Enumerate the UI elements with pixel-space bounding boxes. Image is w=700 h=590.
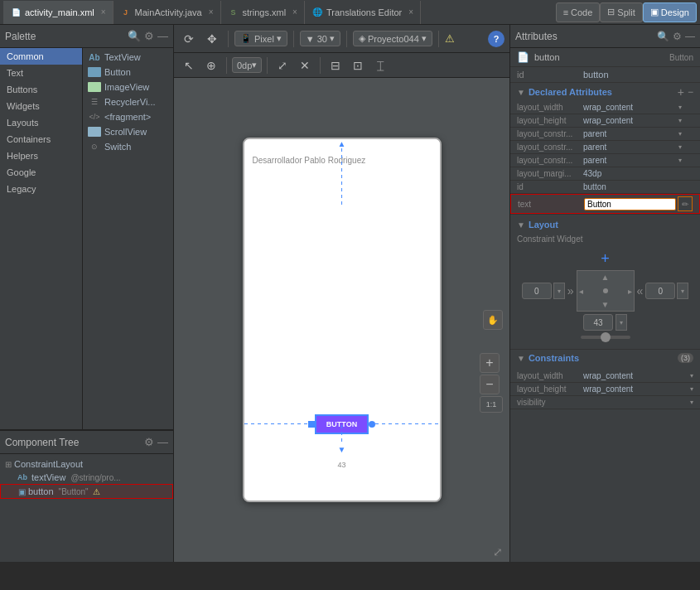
split-view-button[interactable]: ⊟ Split: [600, 2, 642, 22]
device-selector[interactable]: 📱 Pixel ▾: [234, 31, 287, 46]
attr-value-layout-width[interactable]: wrap_content: [583, 103, 677, 112]
attr-value-layout-margin[interactable]: 43dp: [583, 169, 682, 178]
canvas-area: ⟳ ✥ 📱 Pixel ▾ ▼ 30 ▾ ◈ Proyecto044 ▾ ⚠: [174, 25, 509, 562]
code-view-button[interactable]: ≡ Code: [556, 2, 601, 22]
canvas-toolbar: ⟳ ✥ 📱 Pixel ▾ ▼ 30 ▾ ◈ Proyecto044 ▾ ⚠: [174, 25, 509, 53]
guidelines-button[interactable]: ⊟: [326, 56, 345, 75]
tree-item-button[interactable]: ▣ button "Button" ⚠: [0, 484, 173, 499]
layout-attr-value-height[interactable]: wrap_content: [583, 384, 690, 394]
constraints-section: ▼ Constraints (3): [510, 349, 700, 370]
pan-tool-button[interactable]: ✋: [483, 310, 503, 330]
project-label: Proyecto044: [368, 34, 419, 44]
layout-section: ▼ Layout Constraint Widget + 0 ▾ »: [510, 215, 700, 349]
project-selector[interactable]: ◈ Proyecto044 ▾: [353, 31, 432, 46]
palette-categories: Common Text Buttons Widgets Layouts Cont…: [0, 48, 83, 429]
help-button[interactable]: ?: [488, 31, 504, 47]
tab-close-strings[interactable]: ×: [292, 7, 297, 17]
tree-item-constraintlayout[interactable]: ⊞ ConstraintLayout: [0, 457, 173, 471]
palette-item-recyclerview[interactable]: ☰ RecyclerVi...: [83, 94, 173, 109]
palette-item-textview[interactable]: Ab TextView: [83, 50, 173, 65]
cw-right-dropdown[interactable]: ▾: [677, 283, 688, 299]
cw-top-plus-icon[interactable]: +: [601, 250, 610, 268]
infer-constraints-button[interactable]: ⤢: [273, 56, 292, 75]
warning-toolbar-icon[interactable]: ⚠: [445, 32, 455, 45]
declared-section-header[interactable]: ▼ Declared Attributes + −: [510, 83, 700, 101]
palette-item-imageview[interactable]: ImageView: [83, 80, 173, 94]
tab-close-activity-main[interactable]: ×: [101, 7, 106, 17]
palette-item-fragment[interactable]: </> <fragment>: [83, 109, 173, 124]
palette-category-widgets[interactable]: Widgets: [0, 98, 82, 114]
palette-item-scrollview[interactable]: ScrollView: [83, 124, 173, 139]
text-edit-button[interactable]: ✏: [678, 196, 693, 211]
cw-bottom-input[interactable]: 43: [583, 314, 613, 331]
tab-close-translations[interactable]: ×: [408, 7, 413, 17]
constraints-header[interactable]: ▼ Constraints (3): [517, 353, 693, 363]
layout-width-bottom-dropdown-icon[interactable]: ▾: [690, 372, 693, 380]
attr-value-text[interactable]: Button: [584, 198, 676, 210]
declared-minus-icon[interactable]: −: [688, 86, 693, 98]
palette-category-common[interactable]: Common: [0, 48, 82, 65]
constraints-title: Constraints: [529, 353, 678, 363]
attr-value-layout-height[interactable]: wrap_content: [583, 116, 677, 125]
palette-item-switch[interactable]: ⊙ Switch: [83, 139, 173, 154]
palette-settings-icon[interactable]: ⚙: [144, 30, 154, 42]
tree-settings-icon[interactable]: ⚙: [144, 436, 154, 448]
palette-close-icon[interactable]: —: [157, 30, 168, 42]
attrs-close-icon[interactable]: —: [685, 31, 695, 42]
palette-category-text[interactable]: Text: [0, 65, 82, 81]
palette-category-legacy[interactable]: Legacy: [0, 181, 82, 197]
layout-height-bottom-dropdown-icon[interactable]: ▾: [690, 385, 693, 393]
margin-input[interactable]: 0dp ▾: [232, 57, 262, 73]
pack-button[interactable]: ⊡: [348, 56, 368, 75]
select-tool-button[interactable]: ↖: [179, 56, 199, 75]
cw-bottom-dropdown[interactable]: ▾: [616, 314, 627, 331]
layout-constr-3-dropdown-icon[interactable]: ▾: [678, 157, 682, 164]
layout-attr-value-width[interactable]: wrap_content: [583, 371, 690, 380]
palette-item-button[interactable]: Button: [83, 65, 173, 80]
palette-category-layouts[interactable]: Layouts: [0, 114, 82, 131]
attr-value-layout-constr-3[interactable]: parent: [583, 156, 677, 165]
palette-category-containers[interactable]: Containers: [0, 131, 82, 148]
attr-value-layout-constr-1[interactable]: parent: [583, 129, 677, 138]
pan-button[interactable]: ✥: [202, 29, 222, 49]
zoom-out-button[interactable]: −: [480, 375, 500, 394]
attrs-settings-icon[interactable]: ⚙: [673, 31, 682, 42]
layout-height-dropdown-icon[interactable]: ▾: [678, 117, 682, 124]
constraint-number: 43: [337, 461, 345, 469]
cw-left-dropdown[interactable]: ▾: [553, 283, 565, 299]
clear-constraints-button[interactable]: ✕: [295, 56, 315, 75]
tab-close-main-activity[interactable]: ×: [209, 7, 214, 17]
zoom-in-button[interactable]: +: [480, 353, 500, 373]
cw-right-input[interactable]: 0: [645, 283, 675, 299]
rotate-button[interactable]: ⟳: [179, 29, 199, 49]
cw-slider[interactable]: [581, 336, 630, 339]
tab-translations-editor[interactable]: 🌐 Translations Editor ×: [305, 1, 421, 24]
design-view-button[interactable]: ▣ Design: [643, 2, 697, 22]
layout-width-dropdown-icon[interactable]: ▾: [678, 104, 682, 111]
tab-main-activity-java[interactable]: J MainActivity.java ×: [113, 1, 221, 24]
view-options-button[interactable]: ⊕: [201, 56, 221, 75]
api-selector[interactable]: ▼ 30 ▾: [300, 31, 340, 46]
declared-add-icon[interactable]: +: [678, 85, 684, 99]
visibility-dropdown-icon[interactable]: ▾: [690, 399, 693, 406]
expand-button[interactable]: ⤢: [493, 545, 503, 559]
attrs-search-icon[interactable]: 🔍: [657, 31, 669, 42]
cw-left-input[interactable]: 0: [522, 283, 552, 299]
attr-value-layout-constr-2[interactable]: parent: [583, 143, 677, 152]
bottom-layout-rows: layout_width wrap_content ▾ layout_heigh…: [510, 370, 700, 409]
layout-constr-2-dropdown-icon[interactable]: ▾: [678, 143, 682, 151]
palette-category-google[interactable]: Google: [0, 164, 82, 181]
tree-close-icon[interactable]: —: [157, 436, 168, 448]
palette-search-icon[interactable]: 🔍: [128, 30, 141, 42]
tab-activity-main-xml[interactable]: 📄 activity_main.xml ×: [3, 1, 113, 24]
attr-value-id[interactable]: button: [583, 182, 682, 191]
tree-item-textview[interactable]: Ab textView @string/pro...: [0, 471, 173, 484]
tab-strings-xml[interactable]: S strings.xml ×: [221, 1, 305, 24]
palette-category-helpers[interactable]: Helpers: [0, 148, 82, 164]
attributes-header: Attributes 🔍 ⚙ —: [510, 25, 700, 48]
layout-constr-1-dropdown-icon[interactable]: ▾: [678, 130, 682, 138]
palette-item-button-label: Button: [104, 67, 131, 77]
palette-category-buttons[interactable]: Buttons: [0, 81, 82, 98]
zoom-ratio-label[interactable]: 1:1: [480, 396, 503, 413]
align-button[interactable]: ⌶: [370, 56, 390, 75]
